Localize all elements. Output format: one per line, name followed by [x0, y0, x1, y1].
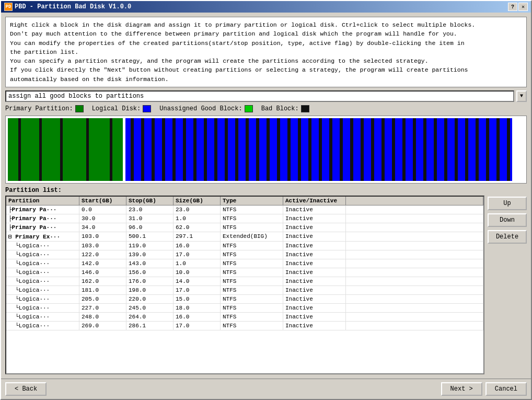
svg-rect-2	[39, 118, 42, 181]
svg-rect-15	[214, 118, 217, 181]
cell-status: Inactive	[283, 232, 346, 241]
svg-rect-40	[476, 118, 479, 181]
table-body[interactable]: ├Primary Pa··· 0.0 23.0 23.0 NTFS Inacti…	[6, 205, 483, 373]
partition-section: Partition list: Partition Start(GB) Stop…	[5, 187, 527, 374]
cell-partition: └Logica···	[6, 286, 79, 294]
svg-rect-20	[267, 118, 270, 181]
svg-rect-18	[246, 118, 249, 181]
table-row[interactable]: └Logica··· 146.0 156.0 10.0 NTFS Inactiv…	[6, 268, 483, 277]
cell-type: NTFS	[221, 322, 283, 330]
svg-rect-27	[340, 118, 343, 181]
cell-stop: 139.0	[126, 250, 174, 259]
cell-stop: 96.0	[126, 223, 174, 232]
table-row[interactable]: └Logica··· 227.0 245.0 18.0 NTFS Inactiv…	[6, 304, 483, 313]
delete-button[interactable]: Delete	[488, 230, 527, 244]
svg-rect-39	[465, 118, 468, 181]
svg-rect-32	[392, 118, 395, 181]
legend-unassigned: Unassigned Good Block:	[159, 105, 252, 112]
table-row[interactable]: └Logica··· 103.0 119.0 16.0 NTFS Inactiv…	[6, 242, 483, 250]
legend-logical-color	[143, 105, 151, 112]
cell-stop: 220.0	[126, 295, 174, 303]
back-button[interactable]: < Back	[5, 382, 47, 396]
svg-rect-5	[110, 118, 112, 181]
table-header: Partition Start(GB) Stop(GB) Size(GB) Ty…	[6, 197, 483, 205]
strategy-dropdown[interactable]: assign all good blocks to partitions ass…	[5, 90, 514, 102]
instruction-line-4: the partition list.	[10, 48, 522, 56]
svg-rect-13	[193, 118, 196, 181]
svg-rect-33	[402, 118, 406, 181]
cell-extra	[346, 322, 483, 330]
cell-start: 146.0	[79, 268, 126, 277]
table-row[interactable]: └Logica··· 162.0 176.0 14.0 NTFS Inactiv…	[6, 277, 483, 286]
down-button[interactable]: Down	[488, 213, 527, 227]
cell-extra	[346, 286, 483, 294]
instructions-panel: Right click a block in the disk diagram …	[5, 17, 527, 87]
cell-start: 181.0	[79, 286, 126, 294]
cell-type: NTFS	[221, 223, 283, 232]
cell-extra	[346, 214, 483, 223]
table-row[interactable]: ├Primary Pa··· 34.0 96.0 62.0 NTFS Inact…	[6, 223, 483, 232]
table-row[interactable]: ├Primary Pa··· 30.0 31.0 1.0 NTFS Inacti…	[6, 214, 483, 223]
cell-extra	[346, 259, 483, 268]
svg-rect-28	[350, 118, 353, 181]
cell-type: Extended(BIG)	[221, 232, 283, 241]
legend-unassigned-label: Unassigned Good Block:	[159, 105, 242, 112]
cell-size: 16.0	[174, 242, 221, 250]
cell-status: Inactive	[283, 242, 346, 250]
cell-size: 1.0	[174, 214, 221, 223]
instruction-line-2: Don't pay much attention to the differen…	[10, 29, 522, 38]
cell-status: Inactive	[283, 304, 346, 312]
cell-partition: └Logica···	[6, 268, 79, 277]
cell-partition: └Logica···	[6, 250, 79, 259]
legend-primary: Primary Partition:	[5, 105, 84, 112]
cell-type: NTFS	[221, 250, 283, 259]
svg-rect-1	[18, 118, 21, 181]
cell-stop: 176.0	[126, 277, 174, 285]
help-button[interactable]: ?	[508, 3, 517, 11]
title-bar-left: PD PBD - Partition Bad Disk V1.0.0	[4, 3, 131, 11]
table-row[interactable]: └Logica··· 122.0 139.0 17.0 NTFS Inactiv…	[6, 250, 483, 259]
disk-svg	[8, 118, 524, 181]
table-row[interactable]: └Logica··· 181.0 198.0 17.0 NTFS Inactiv…	[6, 286, 483, 295]
cell-start: 122.0	[79, 250, 126, 259]
cell-start: 142.0	[79, 259, 126, 268]
instruction-line-1: Right click a block in the disk diagram …	[10, 20, 522, 29]
close-button[interactable]: ✕	[518, 3, 528, 11]
cell-type: NTFS	[221, 277, 283, 285]
svg-rect-26	[329, 118, 332, 181]
cell-extra	[346, 205, 483, 214]
cell-partition: ⊟ Primary Ex···	[6, 232, 79, 241]
next-button[interactable]: Next >	[441, 382, 482, 396]
cell-stop: 245.0	[126, 304, 174, 312]
table-row[interactable]: ├Primary Pa··· 0.0 23.0 23.0 NTFS Inacti…	[6, 205, 483, 214]
cell-size: 62.0	[174, 223, 221, 232]
svg-rect-22	[287, 118, 291, 181]
cell-size: 10.0	[174, 268, 221, 277]
disk-diagram[interactable]	[5, 116, 527, 184]
cell-size: 297.1	[174, 232, 221, 241]
table-row[interactable]: └Logica··· 142.0 143.0 1.0 NTFS Inactive	[6, 259, 483, 268]
instruction-line-5: You can specify a partition strategy, an…	[10, 56, 522, 65]
cell-partition: ├Primary Pa···	[6, 214, 79, 223]
table-row[interactable]: └Logica··· 205.0 220.0 15.0 NTFS Inactiv…	[6, 295, 483, 304]
table-row[interactable]: └Logica··· 248.0 264.0 16.0 NTFS Inactiv…	[6, 313, 483, 322]
cell-size: 18.0	[174, 304, 221, 312]
legend-bad: Bad Block:	[261, 105, 309, 112]
instruction-line-3: You can modify the properties of the cre…	[10, 39, 522, 48]
svg-rect-36	[434, 118, 437, 181]
svg-rect-0	[8, 118, 123, 181]
app-icon: PD	[4, 3, 13, 11]
table-row[interactable]: └Logica··· 269.0 286.1 17.0 NTFS Inactiv…	[6, 322, 483, 330]
svg-rect-31	[381, 118, 385, 181]
cell-partition: └Logica···	[6, 322, 79, 330]
svg-rect-12	[183, 118, 186, 181]
cell-type: NTFS	[221, 242, 283, 250]
legend-logical: Logical Disk:	[92, 105, 152, 112]
svg-rect-3	[60, 118, 63, 181]
cell-status: Inactive	[283, 286, 346, 294]
dropdown-arrow-icon[interactable]: ▼	[516, 90, 527, 102]
cell-stop: 23.0	[126, 205, 174, 214]
up-button[interactable]: Up	[488, 197, 527, 210]
table-row[interactable]: ⊟ Primary Ex··· 103.0 500.1 297.1 Extend…	[6, 232, 483, 242]
cancel-button[interactable]: Cancel	[485, 382, 527, 396]
